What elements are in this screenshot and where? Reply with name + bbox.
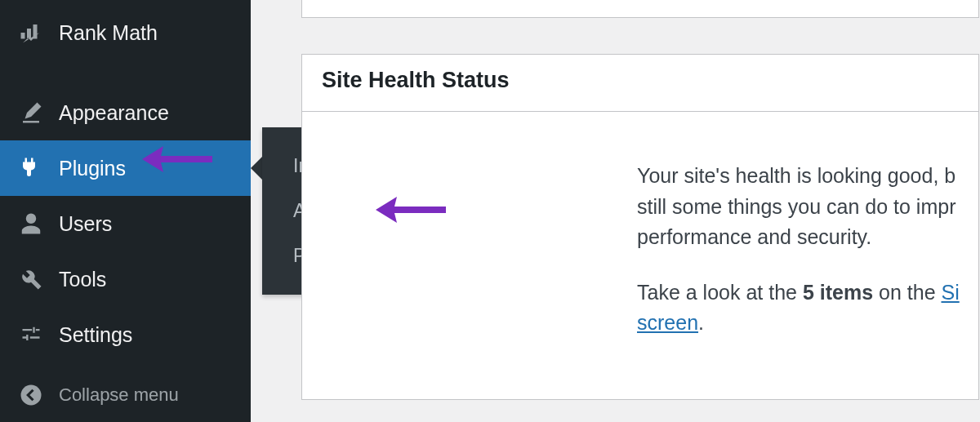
sidebar-collapse-button[interactable]: Collapse menu — [0, 367, 251, 422]
plugins-icon — [16, 153, 46, 183]
rankmath-icon — [16, 18, 46, 47]
admin-sidebar: Rank Math Appearance Plugins Users Tools… — [0, 0, 251, 422]
site-health-panel: Site Health Status Your site's health is… — [301, 54, 979, 400]
sidebar-item-label: Settings — [59, 323, 132, 347]
sidebar-item-label: Plugins — [59, 157, 126, 180]
sidebar-item-rank-math[interactable]: Rank Math — [0, 5, 251, 60]
tools-icon — [16, 264, 46, 294]
site-health-link[interactable]: Si — [941, 281, 959, 304]
site-health-text-2: Take a look at the 5 items on the Siscre… — [637, 278, 978, 339]
sidebar-item-label: Rank Math — [59, 21, 158, 45]
users-icon — [16, 209, 46, 238]
collapse-icon — [16, 380, 46, 410]
site-health-link-2[interactable]: screen — [637, 311, 698, 334]
sidebar-item-appearance[interactable]: Appearance — [0, 85, 251, 140]
panel-previous-stub — [301, 0, 979, 18]
site-health-text-1: Your site's health is looking good, b st… — [637, 161, 978, 253]
sidebar-item-label: Tools — [59, 268, 106, 291]
panel-body: Your site's health is looking good, b st… — [302, 112, 978, 399]
panel-title: Site Health Status — [302, 55, 978, 112]
sidebar-item-tools[interactable]: Tools — [0, 251, 251, 307]
sidebar-item-users[interactable]: Users — [0, 196, 251, 251]
sidebar-item-plugins[interactable]: Plugins — [0, 140, 251, 196]
settings-icon — [16, 320, 46, 349]
appearance-icon — [16, 98, 46, 127]
svg-point-0 — [21, 385, 42, 406]
sidebar-item-settings[interactable]: Settings — [0, 307, 251, 362]
collapse-label: Collapse menu — [59, 384, 179, 406]
main-content: Site Health Status Your site's health is… — [251, 0, 980, 422]
sidebar-item-label: Users — [59, 212, 112, 236]
sidebar-item-label: Appearance — [59, 101, 169, 125]
